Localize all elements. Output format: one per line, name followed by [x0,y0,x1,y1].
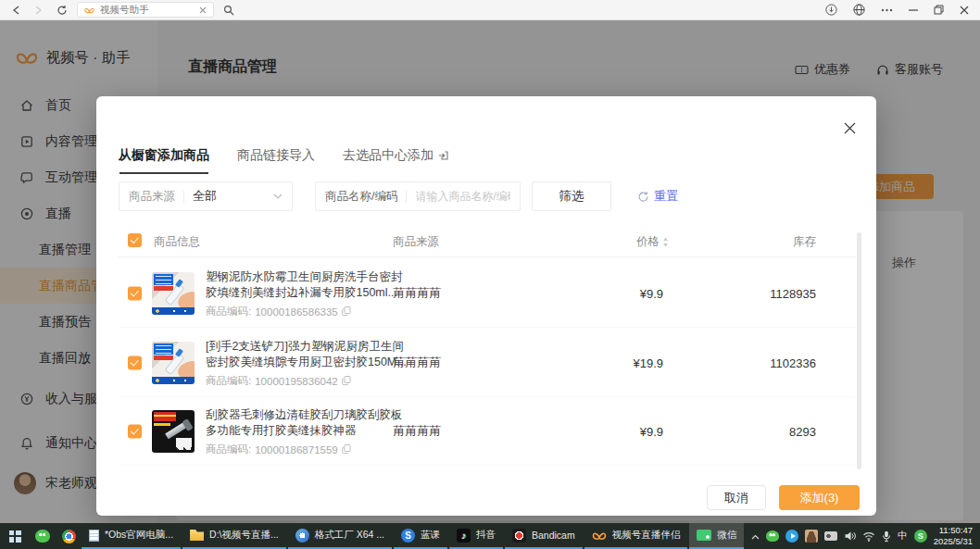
browser-tab[interactable]: 视频号助手 [77,2,214,18]
sort-icon [662,237,669,247]
product-stock: 1102336 [715,356,816,370]
taskbar-app-douyin[interactable]: 抖音 [449,523,503,549]
product-image [152,272,195,315]
col-stock: 库存 [715,234,816,250]
channels-logo-icon [84,6,94,15]
taskbar-pin-wechat[interactable] [30,523,56,549]
source-select-label: 商品来源 [129,189,175,205]
product-title[interactable]: 刮胶器毛刺修边清硅胶刮刀璃胶刮胶板多功能专用打胶美缝抹胶神器 [206,407,413,439]
product-code: 商品编码: 10000186586335 [206,305,413,318]
taskbar-app-live-companion[interactable]: 视频号直播伴侣 [584,523,688,549]
clock-time: 11:50:47 [934,525,973,536]
taskbar-app-label: 格式工厂 X64 ... [315,529,384,542]
taskbar-app-label: 视频号直播伴侣 [612,529,681,542]
clock-date: 2025/5/31 [934,536,973,547]
tray-wechat-icon[interactable] [766,530,779,542]
product-source: 苚苚苚苚 [393,355,441,371]
copy-icon[interactable] [342,376,351,386]
taskbar-app-bandicam[interactable]: Bandicam [505,523,583,549]
tray-sogou-icon[interactable] [914,530,927,543]
tab-label: 去选品中心添加 [343,147,433,164]
product-source: 苚苚苚苚 [393,285,441,302]
add-product-modal: 从橱窗添加商品 商品链接导入 去选品中心添加 商品来源 全部 商品名称/编码 筛… [96,96,876,516]
back-icon[interactable] [12,6,20,15]
taskbar-app-lanke[interactable]: 蓝课 [394,523,447,549]
col-product-info: 商品信息 [154,234,200,250]
external-link-icon [438,150,449,161]
product-code-label: 商品编码: [206,443,251,456]
ime-indicator[interactable]: 中 [898,530,908,543]
product-stock: 1128935 [715,287,816,301]
product-source-select[interactable]: 商品来源 全部 [119,181,293,211]
taskbar-clock[interactable]: 11:50:47 2025/5/31 [931,523,980,549]
restore-icon[interactable] [934,5,944,15]
cancel-button[interactable]: 取消 [707,485,766,510]
row-checkbox[interactable] [128,287,142,301]
volume-icon[interactable] [844,530,856,542]
product-name-search: 商品名称/编码 [315,181,521,211]
system-tray: 中 [746,523,931,549]
taskbar-app-label: 微信 [717,529,736,542]
select-all-checkbox[interactable] [128,233,142,247]
product-code: 商品编码: 10000186871559 [206,443,413,456]
more-icon[interactable] [881,8,893,12]
modal-tabs: 从橱窗添加商品 商品链接导入 去选品中心添加 [119,147,449,164]
product-source: 苚苚苚苚 [393,423,441,440]
copy-icon[interactable] [342,306,351,317]
tab-selection-center[interactable]: 去选品中心添加 [343,147,449,164]
product-stock: 8293 [715,425,816,439]
screen: 视频号助手 视频号 · 助手 首页 [0,0,980,549]
microphone-icon[interactable] [882,530,891,543]
product-code-label: 商品编码: [206,305,251,318]
row-checkbox[interactable] [128,356,142,370]
forward-icon[interactable] [34,6,43,15]
filter-button[interactable]: 筛选 [532,181,611,211]
col-product-source: 商品来源 [393,234,439,250]
tab-import-by-link[interactable]: 商品链接导入 [237,147,315,164]
tab-label: 从橱窗添加商品 [119,147,209,164]
taskbar-pin-chrome[interactable] [56,523,82,549]
refresh-icon[interactable] [57,5,68,16]
tab-add-from-showcase[interactable]: 从橱窗添加商品 [119,147,209,164]
taskbar: *Obs官网电脑... D:\视频号直播... 格式工厂 X64 ... 蓝课 … [0,523,980,549]
taskbar-app-notepad[interactable]: *Obs官网电脑... [82,523,181,549]
tray-telegram-icon[interactable] [785,530,798,543]
minimize-icon[interactable] [909,9,918,11]
reset-button[interactable]: 重置 [637,181,678,211]
table-row: [到手2支送铲刀]强力塑钢泥厨房卫生间密封胶美缝填隙专用厨卫密封胶150M...… [96,329,876,397]
tray-capture-icon[interactable] [824,531,837,541]
product-search-input[interactable] [415,190,510,203]
search-icon[interactable] [223,5,234,16]
tray-contact-icon[interactable] [805,530,818,543]
download-icon[interactable] [825,4,837,16]
window-close-icon[interactable] [960,6,969,15]
start-button[interactable] [0,523,30,549]
product-info: 塑钢泥防水防霉卫生间厨房洗手台密封胶填缝剂美缝封边补漏专用胶150ml... 商… [206,269,413,318]
modal-close-icon[interactable] [842,120,857,135]
col-price[interactable]: 价格 [559,234,669,250]
notepad-icon [89,530,99,542]
row-checkbox[interactable] [128,425,142,439]
tab-label: 商品链接导入 [237,147,315,164]
taskbar-app-format-factory[interactable]: 格式工厂 X64 ... [288,523,392,549]
tab-close-icon[interactable] [199,6,207,14]
tab-title: 视频号助手 [100,4,194,17]
reset-icon [637,191,649,203]
confirm-add-button[interactable]: 添加(3) [779,485,860,510]
reset-label: 重置 [654,188,678,205]
tray-expand-icon[interactable] [751,534,760,540]
modal-scrollbar[interactable] [857,232,861,469]
copy-icon[interactable] [342,444,351,455]
product-image [152,410,195,453]
product-info: [到手2支送铲刀]强力塑钢泥厨房卫生间密封胶美缝填隙专用厨卫密封胶150M...… [206,339,413,388]
col-price-label: 价格 [636,234,660,250]
name-search-label: 商品名称/编码 [325,189,397,205]
taskbar-app-weixin[interactable]: 微信 [689,523,744,549]
chevron-down-icon [273,193,283,199]
product-title[interactable]: [到手2支送铲刀]强力塑钢泥厨房卫生间密封胶美缝填隙专用厨卫密封胶150M... [206,339,413,370]
product-title[interactable]: 塑钢泥防水防霉卫生间厨房洗手台密封胶填缝剂美缝封边补漏专用胶150ml... [206,269,413,301]
globe-icon[interactable] [853,4,865,16]
wifi-icon[interactable] [862,531,875,542]
product-code-value: 10000186586335 [255,306,338,317]
taskbar-app-explorer[interactable]: D:\视频号直播... [182,523,286,549]
